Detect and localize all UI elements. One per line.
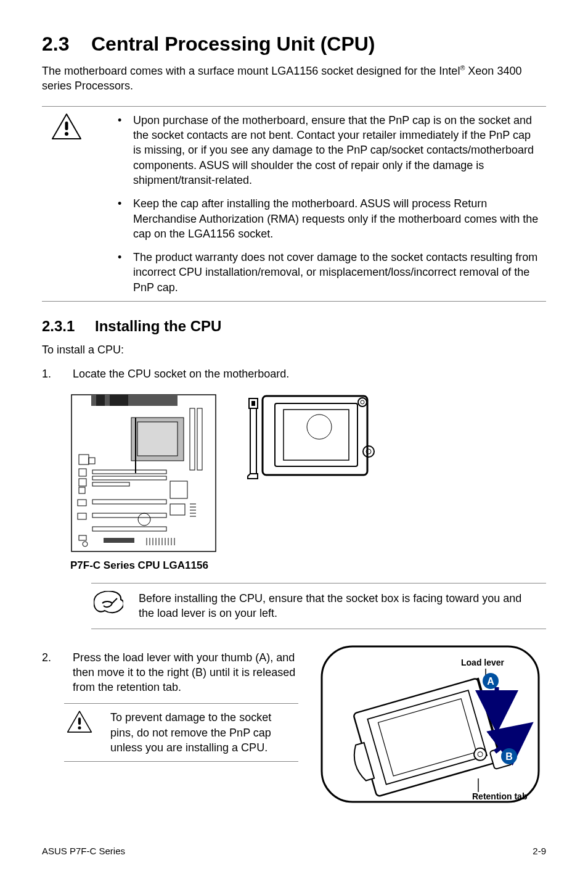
svg-point-49 [358, 398, 367, 406]
intro-text-1: The motherboard comes with a surface mou… [42, 65, 460, 77]
svg-rect-23 [92, 513, 166, 518]
svg-rect-19 [92, 470, 166, 474]
subsection-number: 2.3.1 [42, 316, 95, 336]
step-text: Locate the CPU socket on the motherboard… [73, 366, 546, 381]
subsection-title: Installing the CPU [95, 318, 221, 334]
svg-rect-14 [79, 469, 86, 476]
svg-rect-22 [92, 500, 166, 504]
diagram-row [67, 390, 546, 556]
svg-rect-13 [89, 458, 95, 464]
svg-point-50 [361, 400, 364, 404]
svg-rect-15 [79, 479, 86, 486]
svg-point-51 [363, 446, 374, 457]
svg-rect-53 [250, 398, 256, 474]
intro-paragraph: The motherboard comes with a surface mou… [42, 64, 546, 94]
step-text: Press the load lever with your thumb (A)… [73, 650, 307, 695]
svg-rect-48 [284, 410, 349, 460]
svg-rect-21 [92, 482, 129, 486]
motherboard-diagram [67, 390, 221, 556]
caution-icon [51, 113, 82, 140]
svg-rect-58 [78, 718, 81, 725]
caution-icon-col [42, 113, 91, 295]
step-1: 1. Locate the CPU socket on the motherbo… [42, 366, 546, 381]
caution-callout: Upon purchase of the motherboard, ensure… [42, 106, 546, 302]
diagram-caption: P7F-C Series CPU LGA1156 [70, 559, 546, 573]
load-lever-diagram: Load lever [319, 644, 541, 804]
inline-caution-text: To prevent damage to the socket pins, do… [110, 710, 298, 755]
cpu-socket-diagram [245, 390, 381, 482]
sub-intro: To install a CPU: [42, 342, 546, 357]
svg-rect-47 [275, 403, 357, 466]
caution-item: Keep the cap after installing the mother… [118, 196, 540, 241]
svg-rect-1 [65, 122, 68, 130]
caution-item: The product warranty does not cover dama… [118, 250, 540, 295]
note-icon [94, 591, 123, 616]
svg-rect-12 [79, 455, 89, 464]
footer-left: ASUS P7F-C Series [42, 845, 125, 857]
step-2: 2. Press the load lever with your thumb … [42, 650, 307, 695]
svg-line-56 [112, 598, 117, 603]
step2-area: 2. Press the load lever with your thumb … [42, 644, 546, 808]
svg-rect-5 [96, 395, 105, 406]
svg-rect-25 [170, 481, 187, 498]
svg-point-2 [65, 132, 68, 136]
svg-rect-33 [104, 538, 134, 543]
svg-rect-16 [79, 487, 85, 493]
svg-rect-6 [110, 395, 128, 406]
svg-rect-20 [92, 476, 166, 480]
section-heading: 2.3Central Processing Unit (CPU) [42, 31, 546, 57]
svg-rect-55 [251, 401, 255, 406]
step-number: 2. [42, 650, 73, 695]
svg-rect-8 [137, 422, 178, 456]
step-number: 1. [42, 366, 73, 381]
load-lever-label: Load lever [461, 658, 505, 667]
svg-rect-26 [170, 504, 185, 515]
svg-rect-17 [78, 500, 86, 506]
note-icon-col [91, 591, 125, 621]
caution-text-col: Upon purchase of the motherboard, ensure… [107, 113, 546, 295]
caution-item: Upon purchase of the motherboard, ensure… [118, 113, 540, 188]
svg-point-32 [138, 513, 150, 526]
marker-b: B [505, 751, 513, 762]
retention-tab-label: Retention tab [472, 791, 527, 801]
marker-a: A [487, 676, 494, 687]
section-title: Central Processing Unit (CPU) [91, 33, 375, 55]
section-number: 2.3 [42, 31, 91, 57]
svg-point-59 [78, 727, 81, 730]
caution-icon-col [64, 710, 95, 755]
note-text: Before installing the CPU, ensure that t… [139, 591, 546, 621]
page-footer: ASUS P7F-C Series 2-9 [42, 833, 546, 857]
subsection-heading: 2.3.1Installing the CPU [42, 316, 546, 336]
svg-rect-10 [190, 408, 195, 470]
svg-rect-44 [79, 535, 86, 540]
inline-caution: To prevent damage to the socket pins, do… [64, 703, 298, 762]
svg-rect-18 [78, 513, 86, 519]
svg-rect-46 [263, 396, 367, 475]
svg-point-45 [83, 542, 88, 547]
svg-rect-11 [197, 408, 202, 470]
note-callout: Before installing the CPU, ensure that t… [91, 583, 546, 629]
caution-icon [67, 710, 92, 733]
footer-right: 2-9 [533, 845, 546, 857]
svg-rect-24 [92, 527, 166, 531]
